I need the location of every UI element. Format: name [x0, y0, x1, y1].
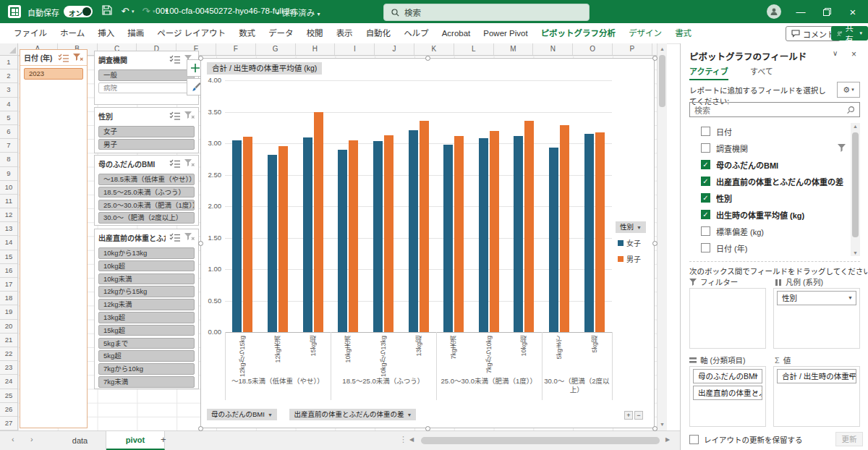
resize-handle[interactable] — [198, 426, 203, 431]
bar-男子-5kgまで[interactable] — [560, 125, 569, 332]
row-header-9[interactable]: 9 — [0, 167, 17, 181]
row-header-10[interactable]: 10 — [0, 181, 17, 195]
row-header-1[interactable]: 1 — [0, 56, 17, 69]
field-checkbox[interactable] — [701, 226, 710, 236]
sheet-nav-next-icon[interactable]: › — [30, 435, 33, 443]
legend-area-box[interactable]: 性別▼ — [773, 288, 860, 349]
save-icon[interactable] — [100, 4, 114, 19]
multi-select-icon[interactable] — [58, 54, 69, 62]
column-header-J[interactable]: J — [375, 43, 414, 55]
row-header-21[interactable]: 21 — [0, 334, 17, 347]
slicer-item-10kgから13kg[interactable]: 10kgから13kg — [98, 247, 195, 259]
bar-男子-10kgから13kg[interactable] — [384, 135, 393, 332]
column-header-H[interactable]: H — [296, 43, 336, 55]
close-button[interactable]: × — [841, 0, 865, 23]
resize-handle[interactable] — [198, 241, 203, 246]
resize-handle[interactable] — [425, 426, 430, 431]
row-header-16[interactable]: 16 — [0, 264, 17, 278]
field-list-scrollbar[interactable]: ▲ ▼ — [851, 123, 860, 256]
row-header-4[interactable]: 4 — [0, 98, 17, 111]
scroll-up-icon[interactable]: ▲ — [658, 44, 667, 54]
slicer-item-12kg未満[interactable]: 12kg未満 — [98, 299, 195, 310]
area-pill-性別[interactable]: 性別▼ — [777, 291, 856, 305]
resize-handle[interactable] — [652, 56, 658, 61]
slicer-org[interactable]: 調査機関一般病院 — [94, 51, 199, 105]
row-header-14[interactable]: 14 — [0, 236, 17, 250]
axis-area-box[interactable]: 母のふだんのBMI▼出産直前の体重とふだん...▼ — [689, 366, 766, 427]
ribbon-tab-校閲[interactable]: 校閲 — [300, 23, 330, 43]
slicer-bmi[interactable]: 母のふだんのBMI〜18.5未満（低体重（やせ））18.5〜25.0未満（ふつう… — [94, 155, 199, 226]
bar-男子-5kg超[interactable] — [595, 132, 605, 332]
bar-女子-5kg超[interactable] — [584, 134, 594, 332]
scroll-up-icon[interactable]: ▲ — [851, 124, 860, 129]
collapse-field-button[interactable]: − — [634, 411, 643, 420]
pane-collapse-icon[interactable]: ∨ — [833, 49, 838, 57]
tab-scrollbar-splitter[interactable]: ⋮ — [399, 435, 407, 444]
bar-男子-10kg超[interactable] — [524, 121, 534, 332]
chart-title-field-button[interactable]: 合計 / 出生時の体重平均値 (kg) — [207, 62, 322, 75]
vertical-scrollbar[interactable]: ▲ ▼ — [657, 43, 667, 430]
row-header-27[interactable]: 27 — [0, 417, 17, 430]
multi-select-icon[interactable] — [169, 233, 181, 242]
bar-男子-7kgから10kg[interactable] — [490, 131, 499, 332]
ribbon-tab-数式[interactable]: 数式 — [232, 23, 262, 43]
pane-tab-すべて[interactable]: すべて — [750, 65, 773, 77]
minimize-button[interactable]: — — [788, 0, 813, 23]
bar-男子-15kg超[interactable] — [314, 112, 323, 333]
slicer-item-12kgから15kg[interactable]: 12kgから15kg — [98, 286, 195, 297]
ribbon-tab-Acrobat[interactable]: Acrobat — [435, 23, 477, 43]
row-header-24[interactable]: 24 — [0, 375, 17, 389]
ribbon-tab-ファイル[interactable]: ファイル — [7, 23, 54, 43]
select-all-corner[interactable] — [0, 43, 18, 56]
expand-field-button[interactable]: + — [624, 411, 633, 420]
field-item-標準偏差 (kg)[interactable]: 標準偏差 (kg) — [701, 223, 846, 239]
slicer-item-5kgまで[interactable]: 5kgまで — [98, 338, 195, 349]
bar-女子-7kgから10kg[interactable] — [479, 138, 488, 332]
resize-handle[interactable] — [198, 56, 203, 61]
bar-女子-10kg超[interactable] — [514, 136, 523, 332]
row-header-8[interactable]: 8 — [0, 153, 17, 166]
area-pill-母のふだんのBMI[interactable]: 母のふだんのBMI▼ — [693, 369, 762, 383]
pivot-chart[interactable]: 合計 / 出生時の体重平均値 (kg) 0.000.501.001.502.00… — [200, 58, 655, 428]
undo-dropdown-icon[interactable]: ▾ — [132, 9, 135, 14]
slicer-item-10kg超[interactable]: 10kg超 — [98, 260, 195, 272]
ribbon-tab-自動化[interactable]: 自動化 — [359, 23, 398, 43]
scroll-left-icon[interactable]: ◀ — [409, 436, 414, 443]
slicer-item-7kgから10kg[interactable]: 7kgから10kg — [98, 363, 195, 375]
bar-男子-12kg未満[interactable] — [278, 146, 288, 332]
ribbon-tab-ピボットグラフ分析[interactable]: ピボットグラフ分析 — [535, 23, 623, 43]
row-header-6[interactable]: 6 — [0, 125, 17, 139]
column-header-L[interactable]: L — [454, 43, 494, 55]
bar-女子-10kg未満[interactable] — [338, 150, 347, 332]
slicer-item-13kg超[interactable]: 13kg超 — [98, 312, 195, 323]
scroll-down-icon[interactable]: ▼ — [658, 420, 667, 430]
bar-男子-7kg未満[interactable] — [454, 136, 464, 332]
clear-filter-icon[interactable] — [73, 54, 83, 62]
multi-select-icon[interactable] — [169, 55, 181, 64]
column-header-O[interactable]: O — [573, 43, 613, 55]
pane-tab-アクティブ[interactable]: アクティブ — [689, 65, 728, 80]
redo-icon[interactable]: ↷ — [139, 4, 153, 19]
ribbon-tab-表示[interactable]: 表示 — [330, 23, 359, 43]
row-header-22[interactable]: 22 — [0, 347, 17, 361]
multi-select-icon[interactable] — [169, 159, 181, 168]
bar-女子-13kg超[interactable] — [409, 130, 418, 332]
row-header-3[interactable]: 3 — [0, 83, 17, 97]
slicer-date[interactable]: 日付 (年)2023 — [20, 49, 88, 428]
column-header-K[interactable]: K — [414, 43, 454, 55]
filters-area-box[interactable] — [689, 288, 766, 349]
values-area-box[interactable]: 合計 / 出生時の体重平...▼ — [773, 366, 860, 427]
axis-field-button-出産直前の体重とふだんの体重の差[interactable]: 出産直前の体重とふだんの体重の差▼ — [289, 409, 416, 420]
multi-select-icon[interactable] — [169, 111, 181, 120]
row-header-11[interactable]: 11 — [0, 195, 17, 208]
scroll-down-icon[interactable]: ▼ — [851, 250, 860, 255]
slicer-item-25.0〜30.0未満（肥満（1度））[interactable]: 25.0〜30.0未満（肥満（1度）） — [98, 200, 195, 211]
restore-button[interactable] — [814, 0, 839, 23]
clear-filter-icon[interactable] — [184, 233, 195, 242]
area-pill-出産直前の体重とふだん...[interactable]: 出産直前の体重とふだん...▼ — [693, 386, 762, 400]
row-header-2[interactable]: 2 — [0, 69, 17, 83]
sheet-tab-pivot[interactable]: pivot — [106, 431, 165, 450]
row-header-23[interactable]: 23 — [0, 361, 17, 375]
bar-女子-7kg未満[interactable] — [443, 145, 453, 332]
field-item-母のふだんのBMI[interactable]: ✓母のふだんのBMI — [701, 156, 846, 173]
